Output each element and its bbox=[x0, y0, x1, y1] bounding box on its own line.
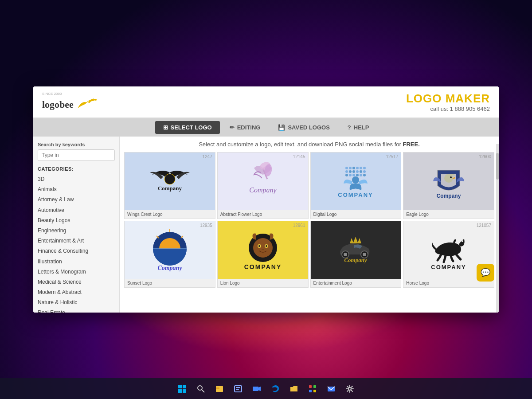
windows-start-icon[interactable] bbox=[174, 381, 190, 397]
settings-taskbar-icon[interactable] bbox=[342, 381, 358, 397]
chat-icon: 💬 bbox=[481, 268, 490, 278]
logo-digital-bg: COMPANY bbox=[311, 153, 401, 210]
lion-logo-svg: COMPANY bbox=[239, 226, 287, 274]
free-word: FREE. bbox=[403, 141, 420, 148]
logo-label-eagle: Eagle Logo bbox=[403, 210, 494, 219]
tab-help-label: HELP bbox=[354, 124, 369, 131]
category-engineering[interactable]: Engineering bbox=[38, 226, 115, 236]
category-finance[interactable]: Finance & Consulting bbox=[38, 246, 115, 256]
category-beauty[interactable]: Beauty Logos bbox=[38, 215, 115, 226]
logo-area: SINCE 2000 logobee bbox=[42, 91, 98, 113]
logo-card-entertainment[interactable]: Company Entertainment Logo bbox=[310, 221, 402, 288]
svg-rect-63 bbox=[236, 389, 239, 390]
category-3d[interactable]: 3D bbox=[38, 174, 115, 184]
category-entertainment[interactable]: Entertainment & Art bbox=[38, 236, 115, 246]
logo-card-wings[interactable]: 1247 Company bbox=[124, 152, 215, 219]
header-right: LOGO MAKER call us: 1 888 905 6462 bbox=[406, 92, 490, 112]
svg-point-20 bbox=[352, 174, 355, 176]
svg-point-47 bbox=[344, 253, 347, 256]
grid-icon: ⊞ bbox=[163, 124, 168, 131]
logo-label-lion: Lion Logo bbox=[218, 279, 308, 287]
call-us-text: call us: 1 888 905 6462 bbox=[406, 106, 490, 112]
svg-point-19 bbox=[349, 174, 352, 176]
category-animals[interactable]: Animals bbox=[38, 184, 115, 195]
svg-rect-65 bbox=[309, 385, 312, 388]
pencil-icon: ✏ bbox=[230, 124, 235, 131]
save-icon: 💾 bbox=[278, 124, 285, 131]
logo-number-12600: 12600 bbox=[479, 154, 491, 159]
category-medical[interactable]: Medical & Science bbox=[38, 277, 115, 287]
category-illustration[interactable]: Illustration bbox=[38, 257, 115, 267]
svg-point-14 bbox=[352, 170, 355, 173]
category-letters[interactable]: Letters & Monogram bbox=[38, 267, 115, 277]
apps-taskbar-icon[interactable] bbox=[305, 381, 321, 397]
logo-card-eagle[interactable]: 12600 bbox=[403, 152, 494, 219]
tab-select-logo-label: SELECT LOGO bbox=[171, 124, 212, 131]
chat-button[interactable]: 💬 bbox=[477, 264, 494, 282]
app-header: SINCE 2000 logobee LOGO MAKER call us: 1 bbox=[33, 86, 499, 118]
svg-point-40 bbox=[253, 238, 273, 258]
search-label: Search by keywords bbox=[38, 142, 115, 147]
logo-label-digital: Digital Logo bbox=[311, 210, 401, 219]
sunset-logo-svg: Company bbox=[145, 226, 194, 274]
svg-point-16 bbox=[360, 170, 362, 173]
logo-card-sunset[interactable]: 12935 bbox=[124, 221, 215, 288]
logo-number-121057: 121057 bbox=[477, 223, 491, 228]
tab-editing[interactable]: ✏ EDITING bbox=[222, 121, 269, 134]
svg-text:COMPANY: COMPANY bbox=[431, 264, 466, 270]
mail-taskbar-icon[interactable] bbox=[323, 381, 339, 397]
svg-rect-54 bbox=[183, 385, 186, 388]
svg-rect-60 bbox=[216, 387, 219, 389]
question-icon: ? bbox=[348, 124, 351, 131]
content-area: Search by keywords CATEGORIES: 3D Animal… bbox=[33, 137, 499, 313]
nav-tabs: ⊞ SELECT LOGO ✏ EDITING 💾 SAVED LOGOS ? … bbox=[33, 118, 499, 137]
search-taskbar-icon[interactable] bbox=[193, 381, 209, 397]
svg-text:COMPANY: COMPANY bbox=[244, 263, 282, 270]
logo-wings-bg: Company bbox=[125, 153, 215, 210]
sidebar: Search by keywords CATEGORIES: 3D Animal… bbox=[33, 137, 120, 313]
browser-window: SINCE 2000 logobee LOGO MAKER call us: 1 bbox=[33, 86, 499, 313]
category-modern[interactable]: Modern & Abstract bbox=[38, 287, 115, 297]
scrollbar-track[interactable] bbox=[496, 144, 499, 313]
logo-text: logobee bbox=[42, 99, 74, 110]
logo-eagle-bg: Company bbox=[403, 153, 494, 210]
categories-list: 3D Animals Attorney & Law Automotive Bea… bbox=[38, 174, 115, 313]
tablet-taskbar-icon[interactable] bbox=[230, 381, 246, 397]
folder-taskbar-icon[interactable] bbox=[286, 381, 302, 397]
svg-rect-68 bbox=[313, 390, 316, 392]
horse-logo-svg: COMPANY bbox=[424, 226, 473, 274]
category-automotive[interactable]: Automotive bbox=[38, 205, 115, 215]
logo-bird-icon bbox=[75, 96, 98, 113]
logo-card-lion[interactable]: 12961 bbox=[217, 221, 309, 288]
search-input[interactable] bbox=[38, 149, 115, 161]
logo-image-abstract: Company bbox=[218, 153, 308, 210]
svg-point-10 bbox=[360, 167, 362, 169]
tab-help[interactable]: ? HELP bbox=[340, 121, 377, 134]
svg-point-21 bbox=[356, 174, 359, 176]
logo-label-wings: Wings Crest Logo bbox=[125, 210, 215, 219]
tab-saved-logos[interactable]: 💾 SAVED LOGOS bbox=[270, 121, 337, 134]
logo-number-1247: 1247 bbox=[203, 154, 212, 159]
svg-rect-56 bbox=[183, 389, 186, 393]
files-taskbar-icon[interactable] bbox=[211, 381, 227, 397]
svg-point-43 bbox=[258, 245, 260, 247]
logo-image-wings: Company bbox=[125, 153, 215, 210]
tab-select-logo[interactable]: ⊞ SELECT LOGO bbox=[155, 121, 220, 134]
logo-maker-title: LOGO MAKER bbox=[406, 92, 490, 106]
category-realestate[interactable]: Real Estate bbox=[38, 308, 115, 313]
svg-rect-66 bbox=[313, 385, 316, 388]
video-taskbar-icon[interactable] bbox=[249, 381, 265, 397]
logo-image-entertainment: Company bbox=[311, 221, 401, 279]
eagle-logo-svg: Company bbox=[424, 161, 473, 201]
taskbar bbox=[0, 378, 532, 399]
svg-line-58 bbox=[202, 390, 204, 392]
svg-point-8 bbox=[352, 167, 355, 169]
logo-card-digital[interactable]: 12517 bbox=[310, 152, 402, 219]
edge-taskbar-icon[interactable] bbox=[267, 381, 283, 397]
category-attorney[interactable]: Attorney & Law bbox=[38, 195, 115, 205]
abstract-flower-svg: Company bbox=[241, 161, 285, 201]
logo-number-12517: 12517 bbox=[386, 154, 398, 159]
scrollbar-thumb[interactable] bbox=[496, 153, 499, 180]
logo-card-abstract[interactable]: 12145 Company bbox=[217, 152, 309, 219]
category-nature[interactable]: Nature & Holistic bbox=[38, 297, 115, 308]
